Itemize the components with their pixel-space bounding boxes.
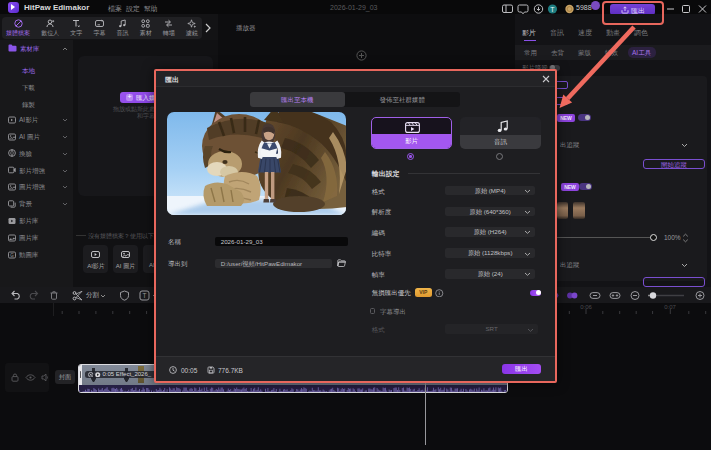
- svg-text:G: G: [10, 253, 14, 258]
- svg-text:0:06: 0:06: [580, 304, 592, 310]
- svg-text:0:07: 0:07: [664, 304, 676, 310]
- svg-text:T: T: [550, 6, 555, 13]
- svg-text:T: T: [143, 292, 147, 299]
